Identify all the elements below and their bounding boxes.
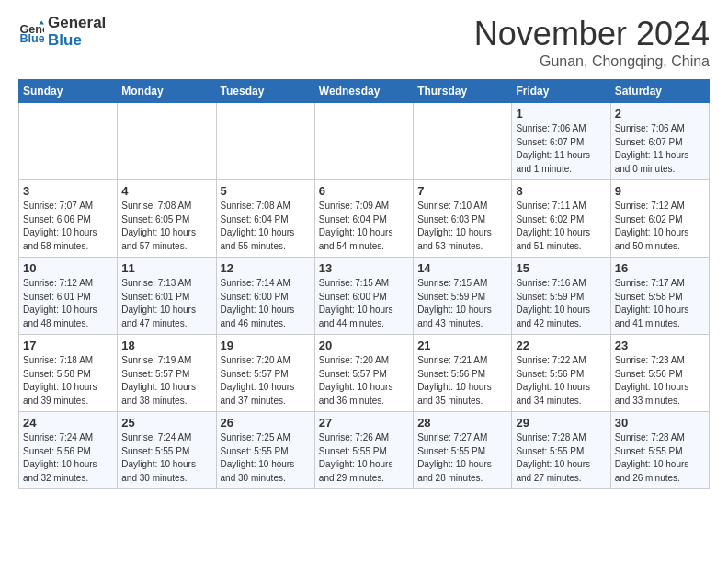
- calendar-cell: 11Sunrise: 7:13 AMSunset: 6:01 PMDayligh…: [118, 258, 216, 335]
- month-title: November 2024: [474, 15, 710, 53]
- day-number: 13: [319, 261, 409, 275]
- calendar-cell: 9Sunrise: 7:12 AMSunset: 6:02 PMDaylight…: [610, 180, 709, 258]
- calendar-cell: 29Sunrise: 7:28 AMSunset: 5:55 PMDayligh…: [512, 412, 610, 489]
- day-number: 21: [417, 339, 507, 352]
- day-info: Sunrise: 7:06 AMSunset: 6:07 PMDaylight:…: [516, 122, 606, 176]
- calendar-cell: [216, 103, 314, 180]
- weekday-header-cell: Saturday: [610, 80, 709, 103]
- day-number: 28: [417, 416, 507, 430]
- logo: General Blue General Blue: [18, 15, 106, 49]
- day-number: 4: [121, 184, 211, 198]
- day-info: Sunrise: 7:18 AMSunset: 5:58 PMDaylight:…: [23, 354, 113, 408]
- calendar-cell: 22Sunrise: 7:22 AMSunset: 5:56 PMDayligh…: [512, 335, 610, 412]
- day-number: 22: [516, 339, 606, 352]
- calendar-cell: 24Sunrise: 7:24 AMSunset: 5:56 PMDayligh…: [19, 412, 118, 489]
- day-number: 24: [23, 416, 113, 430]
- calendar-week-row: 17Sunrise: 7:18 AMSunset: 5:58 PMDayligh…: [19, 335, 710, 412]
- calendar-week-row: 1Sunrise: 7:06 AMSunset: 6:07 PMDaylight…: [19, 103, 710, 180]
- calendar-cell: 12Sunrise: 7:14 AMSunset: 6:00 PMDayligh…: [216, 258, 314, 335]
- weekday-header-row: SundayMondayTuesdayWednesdayThursdayFrid…: [19, 80, 710, 103]
- day-number: 29: [516, 416, 606, 430]
- day-number: 6: [319, 184, 409, 198]
- day-info: Sunrise: 7:06 AMSunset: 6:07 PMDaylight:…: [615, 122, 705, 176]
- day-info: Sunrise: 7:08 AMSunset: 6:05 PMDaylight:…: [121, 200, 211, 253]
- day-info: Sunrise: 7:13 AMSunset: 6:01 PMDaylight:…: [121, 277, 211, 330]
- day-number: 2: [615, 107, 705, 121]
- day-number: 30: [615, 416, 705, 430]
- calendar-cell: 30Sunrise: 7:28 AMSunset: 5:55 PMDayligh…: [610, 412, 709, 489]
- calendar-cell: 2Sunrise: 7:06 AMSunset: 6:07 PMDaylight…: [610, 103, 709, 180]
- weekday-header-cell: Wednesday: [314, 80, 413, 103]
- day-number: 9: [615, 184, 705, 198]
- day-number: 15: [516, 261, 606, 275]
- weekday-header-cell: Thursday: [414, 80, 512, 103]
- calendar-cell: 20Sunrise: 7:20 AMSunset: 5:57 PMDayligh…: [314, 335, 413, 412]
- calendar-cell: [314, 103, 413, 180]
- day-info: Sunrise: 7:19 AMSunset: 5:57 PMDaylight:…: [121, 354, 211, 408]
- title-block: November 2024 Gunan, Chongqing, China: [474, 15, 710, 70]
- header: General Blue General Blue November 2024 …: [18, 15, 710, 70]
- day-info: Sunrise: 7:15 AMSunset: 5:59 PMDaylight:…: [417, 277, 507, 330]
- day-number: 16: [615, 261, 705, 275]
- calendar-cell: [414, 103, 512, 180]
- day-info: Sunrise: 7:11 AMSunset: 6:02 PMDaylight:…: [516, 200, 606, 253]
- page: General Blue General Blue November 2024 …: [0, 0, 728, 504]
- day-info: Sunrise: 7:20 AMSunset: 5:57 PMDaylight:…: [221, 354, 311, 408]
- day-number: 8: [516, 184, 606, 198]
- day-number: 5: [221, 184, 311, 198]
- calendar-body: 1Sunrise: 7:06 AMSunset: 6:07 PMDaylight…: [19, 103, 710, 489]
- day-info: Sunrise: 7:16 AMSunset: 5:59 PMDaylight:…: [516, 277, 606, 330]
- calendar-cell: 15Sunrise: 7:16 AMSunset: 5:59 PMDayligh…: [512, 258, 610, 335]
- day-number: 1: [516, 107, 606, 121]
- calendar-cell: 21Sunrise: 7:21 AMSunset: 5:56 PMDayligh…: [414, 335, 512, 412]
- calendar-cell: 28Sunrise: 7:27 AMSunset: 5:55 PMDayligh…: [414, 412, 512, 489]
- day-info: Sunrise: 7:28 AMSunset: 5:55 PMDaylight:…: [615, 431, 705, 485]
- day-number: 27: [319, 416, 409, 430]
- day-info: Sunrise: 7:28 AMSunset: 5:55 PMDaylight:…: [516, 431, 606, 485]
- day-number: 23: [615, 339, 705, 352]
- day-info: Sunrise: 7:24 AMSunset: 5:55 PMDaylight:…: [121, 431, 211, 485]
- day-info: Sunrise: 7:15 AMSunset: 6:00 PMDaylight:…: [319, 277, 409, 330]
- calendar-cell: 23Sunrise: 7:23 AMSunset: 5:56 PMDayligh…: [610, 335, 709, 412]
- day-number: 7: [417, 184, 507, 198]
- calendar-cell: 3Sunrise: 7:07 AMSunset: 6:06 PMDaylight…: [19, 180, 118, 258]
- weekday-header-cell: Tuesday: [216, 80, 314, 103]
- day-info: Sunrise: 7:23 AMSunset: 5:56 PMDaylight:…: [615, 354, 705, 408]
- day-info: Sunrise: 7:08 AMSunset: 6:04 PMDaylight:…: [221, 200, 311, 253]
- calendar-cell: 18Sunrise: 7:19 AMSunset: 5:57 PMDayligh…: [118, 335, 216, 412]
- day-number: 26: [221, 416, 311, 430]
- calendar-cell: 25Sunrise: 7:24 AMSunset: 5:55 PMDayligh…: [118, 412, 216, 489]
- calendar-cell: 19Sunrise: 7:20 AMSunset: 5:57 PMDayligh…: [216, 335, 314, 412]
- day-info: Sunrise: 7:22 AMSunset: 5:56 PMDaylight:…: [516, 354, 606, 408]
- location: Gunan, Chongqing, China: [474, 53, 710, 70]
- calendar-cell: 13Sunrise: 7:15 AMSunset: 6:00 PMDayligh…: [314, 258, 413, 335]
- day-info: Sunrise: 7:07 AMSunset: 6:06 PMDaylight:…: [23, 200, 113, 253]
- day-info: Sunrise: 7:25 AMSunset: 5:55 PMDaylight:…: [221, 431, 311, 485]
- calendar-cell: 16Sunrise: 7:17 AMSunset: 5:58 PMDayligh…: [610, 258, 709, 335]
- day-number: 12: [221, 261, 311, 275]
- day-number: 14: [417, 261, 507, 275]
- day-number: 10: [23, 261, 113, 275]
- day-number: 19: [221, 339, 311, 352]
- day-number: 25: [121, 416, 211, 430]
- day-info: Sunrise: 7:10 AMSunset: 6:03 PMDaylight:…: [417, 200, 507, 253]
- calendar-cell: [19, 103, 118, 180]
- day-number: 20: [319, 339, 409, 352]
- day-number: 3: [23, 184, 113, 198]
- day-info: Sunrise: 7:09 AMSunset: 6:04 PMDaylight:…: [319, 200, 409, 253]
- logo-icon: General Blue: [18, 19, 44, 45]
- logo-line1: General: [48, 15, 106, 32]
- svg-marker-1: [39, 20, 44, 24]
- day-info: Sunrise: 7:12 AMSunset: 6:02 PMDaylight:…: [615, 200, 705, 253]
- day-info: Sunrise: 7:14 AMSunset: 6:00 PMDaylight:…: [221, 277, 311, 330]
- svg-text:Blue: Blue: [19, 32, 44, 45]
- logo-line2: Blue: [48, 32, 106, 50]
- day-info: Sunrise: 7:21 AMSunset: 5:56 PMDaylight:…: [417, 354, 507, 408]
- weekday-header-cell: Sunday: [19, 80, 118, 103]
- day-number: 18: [121, 339, 211, 352]
- day-info: Sunrise: 7:12 AMSunset: 6:01 PMDaylight:…: [23, 277, 113, 330]
- calendar-week-row: 3Sunrise: 7:07 AMSunset: 6:06 PMDaylight…: [19, 180, 710, 258]
- calendar-cell: 14Sunrise: 7:15 AMSunset: 5:59 PMDayligh…: [414, 258, 512, 335]
- day-number: 17: [23, 339, 113, 352]
- calendar-cell: 1Sunrise: 7:06 AMSunset: 6:07 PMDaylight…: [512, 103, 610, 180]
